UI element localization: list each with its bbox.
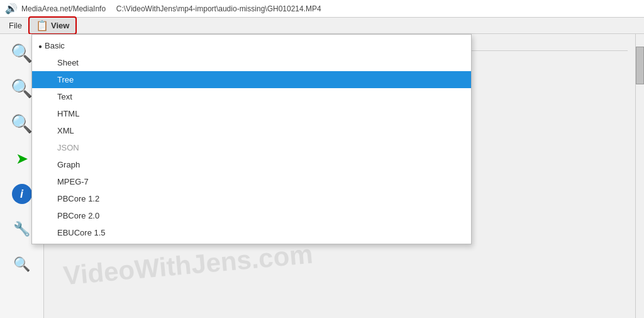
open-file-icon: 🔍 [11,43,33,64]
key-icon: 🔧 [13,221,30,237]
dropdown-item-xml[interactable]: XML [32,122,471,139]
view-menu[interactable]: 📋 View [28,16,77,35]
dropdown-item-json[interactable]: JSON [32,139,471,156]
dropdown-item-sheet[interactable]: Sheet [32,54,471,71]
dropdown-label-sheet: Sheet [57,58,79,67]
app-name: MediaArea.net/MediaInfo [21,4,106,13]
scrollbar-thumb[interactable] [636,47,644,84]
dropdown-item-basic[interactable]: ● Basic [32,37,471,54]
title-file-path: C:\VideoWithJens\mp4-import\audio-missin… [116,4,321,13]
right-scrollbar[interactable] [635,34,644,318]
dropdown-item-pbcore12[interactable]: PBCore 1.2 [32,190,471,207]
dropdown-label-text: Text [57,92,72,101]
title-bar-text: MediaArea.net/MediaInfo C:\VideoWithJens… [21,4,321,13]
dropdown-item-graph[interactable]: Graph [32,156,471,173]
dropdown-label-html: HTML [57,109,79,118]
dropdown-item-pbcore20[interactable]: PBCore 2.0 [32,207,471,224]
export-icon: 🔍 [13,256,30,273]
dropdown-item-ebucore15[interactable]: EBUCore 1.5 [32,224,471,241]
dropdown-label-mpeg7: MPEG-7 [57,177,89,186]
dropdown-item-tree[interactable]: Tree [32,71,471,88]
file-menu[interactable]: File [3,19,28,32]
dropdown-label-json: JSON [57,143,79,152]
dropdown-item-mpeg7[interactable]: MPEG-7 [32,173,471,190]
bullet-basic: ● [38,42,42,49]
dropdown-label-basic: Basic [45,41,65,50]
arrow-right-icon: ➤ [16,150,28,168]
dropdown-item-html[interactable]: HTML [32,105,471,122]
dropdown-label-graph: Graph [57,160,80,169]
info-icon: i [12,184,32,204]
menu-bar: File 📋 View ● Basic Sheet Tree Text HTML… [0,18,644,34]
dropdown-label-pbcore20: PBCore 2.0 [57,211,99,220]
dropdown-label-tree: Tree [57,75,74,84]
dropdown-item-text[interactable]: Text [32,88,471,105]
folder-icon: 🔍 [11,78,33,99]
dropdown-label-xml: XML [57,126,74,135]
app-icon: 🔊 [5,3,18,14]
toolbar-btn-export[interactable]: 🔍 [7,249,37,280]
dropdown-label-pbcore12: PBCore 1.2 [57,194,99,203]
view-menu-label: View [51,21,69,30]
view-menu-icon: 📋 [36,20,48,31]
view-dropdown-menu: ● Basic Sheet Tree Text HTML XML JSON Gr… [31,34,472,244]
title-bar: 🔊 MediaArea.net/MediaInfo C:\VideoWithJe… [0,0,644,18]
dropdown-label-ebucore15: EBUCore 1.5 [57,228,106,237]
close-file-icon: 🔍 [11,113,33,134]
